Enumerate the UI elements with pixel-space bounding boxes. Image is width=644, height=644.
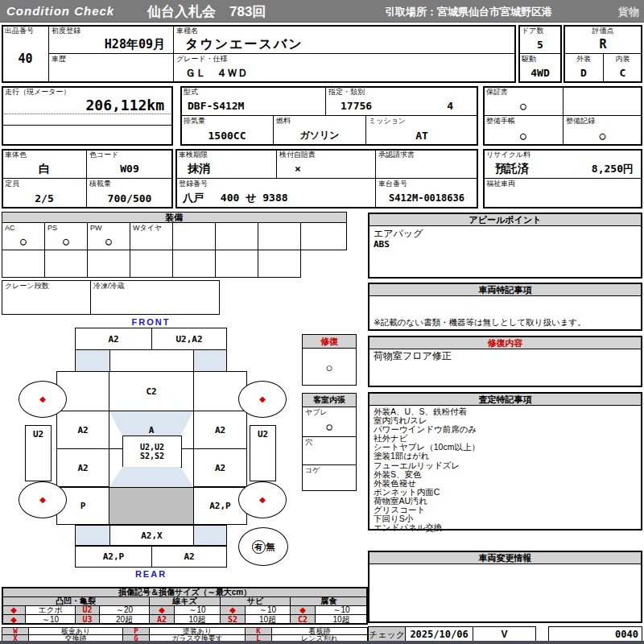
legend-code-s2: S2: [220, 614, 246, 625]
warranty-label: 保証書: [484, 87, 563, 97]
equipment-cell-empty: [130, 250, 173, 278]
zone-rear-bumper-left: A2,P: [75, 546, 152, 568]
zone-fender-right: A2: [193, 411, 247, 449]
equipment-cell-empty: [172, 222, 216, 250]
appeal-points-panel: アピールポイント エアバッグ ABS: [368, 213, 642, 279]
insurance-label: 検付自賠責: [277, 150, 375, 159]
assessment-notes-panel: 査定特記事項 外装A、U、S、鉄粉付着 室内汚れ/スレ パワーウインドウ前席のみ…: [368, 392, 642, 530]
damage-diamond-icon: ◆: [39, 496, 46, 504]
repair-flag-header: 修復: [303, 335, 356, 349]
welfare-vehicle-label: 福祉車両: [484, 179, 642, 188]
maintenance-record-mark: ○: [564, 126, 642, 145]
equipment-ps-mark: ○: [45, 233, 87, 250]
insurance-mark: ×: [277, 159, 375, 178]
cabin-burn-mark: [303, 475, 356, 491]
wheel-rear-right: ◆: [238, 481, 287, 518]
drive-value: 4WD: [519, 64, 561, 82]
color-code-label: 色コード: [87, 150, 172, 159]
spare-tire-indicator: 有 無: [238, 527, 288, 566]
warranty-mark: ○: [484, 97, 563, 115]
assessment-line: パワーウインドウ前席のみ: [374, 425, 637, 434]
equipment-ac-label: AC: [2, 223, 44, 233]
damage-diamond-icon: ◆: [39, 395, 46, 403]
assessment-line: 塗装1部はがれ: [374, 452, 637, 460]
zone-front-bumper-left: A2: [75, 328, 152, 350]
odometer-empty: [2, 126, 172, 145]
damage-diamond-icon: ◆: [259, 496, 266, 504]
repair-details-line: 荷物室フロア修正: [369, 349, 641, 362]
equipment-cell-empty: [300, 222, 347, 250]
interior-value: C: [604, 64, 642, 82]
legend-corrosion-size: 10超: [315, 614, 368, 625]
cabin-tear-mark: ○: [303, 417, 356, 436]
doors-label: ドア数: [519, 26, 561, 35]
registration-number-label: 登録番号: [176, 179, 375, 188]
cabin-row-burn: コゲ: [303, 465, 356, 491]
field-type-class: 指定・類別 17756 4: [325, 86, 478, 116]
cabin-lining-header: 客室内張: [303, 394, 356, 407]
assessment-line: グリスコート: [374, 506, 637, 514]
repair-details-header: 修復内容: [369, 337, 641, 349]
legend-scratch-size: 10超: [174, 614, 221, 625]
crane-value: [2, 291, 90, 314]
odometer-spacer: [2, 114, 172, 126]
first-registration-value: H28年09月: [49, 35, 173, 53]
chassis-number-label: 車台番号: [376, 179, 477, 188]
check-label: チェック: [368, 626, 406, 642]
body-color-value: 白: [2, 159, 86, 178]
crane-label: クレーン段数: [2, 281, 90, 291]
legend-code-u3: U3: [75, 614, 100, 625]
field-maintenance-record: 整備記録 ○: [563, 115, 642, 146]
wheel-front-left: ◆: [19, 381, 67, 418]
spare-present-mark: 有: [252, 540, 266, 554]
model-name-value: タウンエースバン: [174, 35, 515, 53]
warranty-empty-cell: [563, 86, 642, 116]
welfare-vehicle-value: [484, 188, 642, 208]
cabin-lining-box: 客室内張 ヤブレ ○ 穴 コゲ: [302, 393, 357, 491]
zone-rear-bumper-right: A2: [151, 546, 227, 568]
legend-rust-size: 10超: [245, 614, 291, 625]
equipment-wtire-label: Wタイヤ: [130, 223, 172, 233]
rear-label: REAR: [113, 569, 189, 579]
capacity-value: 2/5: [2, 188, 86, 208]
recycle-status: 預託済: [495, 162, 529, 176]
field-maintenance-book: 整備手帳 ○: [483, 115, 564, 146]
load-capacity-value: 700/500: [87, 188, 172, 208]
zone-rear-corner-left: [75, 525, 110, 546]
cabin-tear-label: ヤブレ: [303, 407, 356, 417]
inspection-label: 車検期限: [176, 150, 276, 159]
vehicle-change-panel: 車両変更情報: [368, 551, 642, 623]
equipment-cell-empty: [44, 250, 88, 278]
freezer-value: [91, 291, 219, 314]
zone-cowl-right: [193, 349, 227, 372]
equipment-cell-empty: [258, 222, 301, 250]
model-code-value: DBF-S412M: [181, 97, 325, 115]
vehicle-notes-footer: ※記載のない書類・機器等は無しとして取り扱います。: [369, 316, 641, 328]
zone-front-panel: C2: [109, 371, 194, 411]
cabin-hole-label: 穴: [303, 437, 356, 447]
legend-code-c2: C2: [290, 614, 316, 625]
brand-logo: Condition Check: [6, 4, 114, 18]
freezer-label: 冷凍/冷蔵: [91, 281, 219, 291]
zone-roof: U2,U2 S2,S2: [122, 436, 182, 468]
zone-side-left: U2: [25, 425, 52, 481]
field-insurance: 検付自賠責 ×: [276, 149, 376, 179]
equipment-ac-mark: ○: [2, 233, 44, 250]
equipment-cell-pw: PW ○: [87, 222, 130, 250]
zone-front-bumper-right: U2,A2: [151, 328, 227, 350]
field-body-color: 車体色 白: [2, 149, 87, 179]
displacement-label: 排気量: [181, 116, 273, 126]
maintenance-book-mark: ○: [484, 126, 563, 145]
roof-marks-2: S2,S2: [140, 452, 164, 460]
assessment-line: フューエルリッドズレ: [374, 461, 637, 470]
field-odometer: 走行（現メーター） 206,112km: [2, 86, 173, 146]
vehicle-notes-header: 車両特記事項: [369, 284, 641, 296]
equipment-cell-empty: [215, 222, 258, 250]
front-label: FRONT: [113, 317, 189, 327]
zone-side-right: U2: [250, 425, 276, 481]
zone-quarter-left: A2: [56, 448, 109, 487]
field-doors: ドア数 5: [518, 25, 562, 54]
field-inspection: 車検期限 抹消: [175, 149, 277, 179]
field-model-name: 車種名 タウンエースバン: [173, 25, 516, 54]
field-color-code: 色コード W09: [86, 149, 173, 179]
